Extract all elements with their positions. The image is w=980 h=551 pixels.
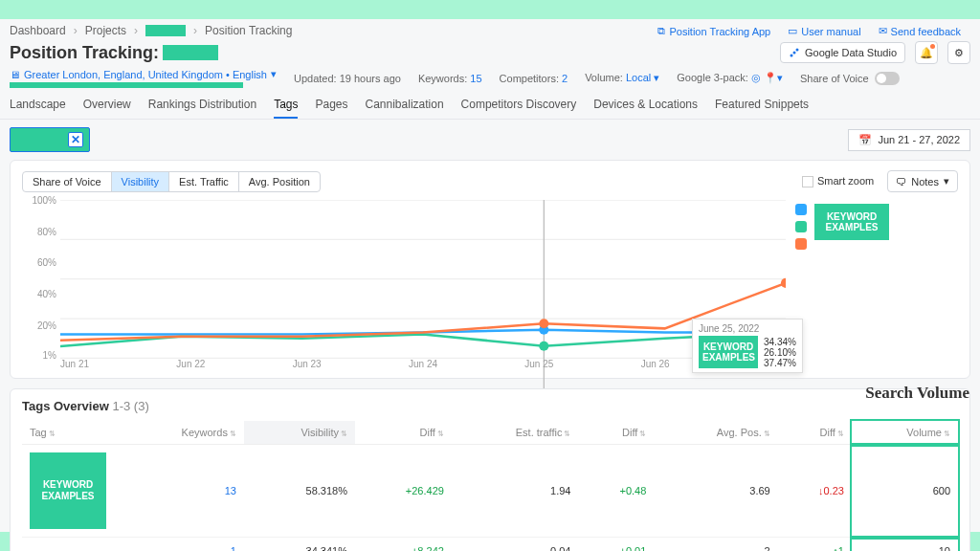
svg-point-0 bbox=[790, 55, 792, 57]
date-range-picker[interactable]: 📅Jun 21 - 27, 2022 bbox=[848, 129, 970, 151]
col-keywords[interactable]: Keywords⇅ bbox=[118, 421, 244, 445]
page-title: Position Tracking: bbox=[10, 43, 218, 63]
google-data-studio-button[interactable]: Google Data Studio bbox=[780, 42, 905, 63]
legend-toggle-blue[interactable] bbox=[795, 204, 807, 215]
tab-featured-snippets[interactable]: Featured Snippets bbox=[715, 92, 809, 119]
chart-tooltip: June 25, 2022KEYWORDEXAMPLES34.34%26.10%… bbox=[692, 319, 803, 373]
chevron-down-icon: ▾ bbox=[271, 68, 277, 80]
note-icon: 🗨 bbox=[896, 176, 906, 187]
competitors-meta: Competitors: 2 bbox=[500, 73, 568, 84]
tag-box: KEYWORDEXAMPLES bbox=[30, 452, 106, 529]
external-icon: ⧉ bbox=[657, 25, 665, 37]
notes-dropdown[interactable]: 🗨Notes ▾ bbox=[887, 170, 958, 192]
visibility-chart-card: Share of VoiceVisibilityEst. TrafficAvg.… bbox=[10, 160, 970, 379]
col-est-traffic[interactable]: Est. traffic⇅ bbox=[452, 421, 579, 445]
col-tag[interactable]: Tag⇅ bbox=[22, 421, 118, 445]
svg-point-2 bbox=[795, 49, 798, 52]
chart[interactable]: 1%20%40%60%80%100% Jun 21Jun 22Jun 23Jun… bbox=[22, 200, 958, 372]
svg-point-15 bbox=[539, 319, 548, 328]
col-volume[interactable]: Volume⇅ bbox=[852, 421, 958, 445]
settings-button[interactable]: ⚙ bbox=[947, 41, 970, 64]
book-icon: ▭ bbox=[788, 25, 797, 37]
tab-devices-locations[interactable]: Devices & Locations bbox=[593, 92, 698, 119]
svg-point-13 bbox=[539, 342, 548, 351]
metric-segmented-control: Share of VoiceVisibilityEst. TrafficAvg.… bbox=[22, 171, 321, 192]
link-user-manual[interactable]: ▭User manual bbox=[788, 25, 860, 37]
updated-meta: Updated: 19 hours ago bbox=[294, 73, 401, 84]
col-diff[interactable]: Diff⇅ bbox=[578, 421, 654, 445]
col-visibility[interactable]: Visibility⇅ bbox=[244, 421, 355, 445]
seg-visibility[interactable]: Visibility bbox=[112, 172, 170, 191]
legend-label-box: KEYWORD EXAMPLES bbox=[814, 204, 889, 240]
seg-est-traffic[interactable]: Est. Traffic bbox=[169, 172, 239, 191]
tab-tags[interactable]: Tags bbox=[274, 92, 298, 119]
google-data-studio-icon bbox=[789, 47, 800, 58]
share-of-voice-toggle[interactable]: Share of Voice bbox=[800, 72, 900, 85]
col-diff[interactable]: Diff⇅ bbox=[355, 421, 452, 445]
monitor-icon: 🖥 bbox=[10, 69, 20, 80]
tab-competitors-discovery[interactable]: Competitors Discovery bbox=[461, 92, 577, 119]
google-3pack-selector[interactable]: Google 3-pack: ◎ 📍▾ bbox=[677, 72, 783, 84]
keywords-meta: Keywords: 15 bbox=[418, 73, 482, 84]
search-volume-annotation: Search Volume bbox=[865, 384, 969, 403]
tab-bar: LandscapeOverviewRankings DistributionTa… bbox=[0, 92, 980, 120]
tab-rankings-distribution[interactable]: Rankings Distribution bbox=[148, 92, 256, 119]
seg-avg-position[interactable]: Avg. Position bbox=[239, 172, 320, 191]
tab-cannibalization[interactable]: Cannibalization bbox=[366, 92, 444, 119]
breadcrumb: Dashboard› Projects› › Position Tracking… bbox=[0, 19, 980, 41]
svg-point-1 bbox=[792, 52, 795, 55]
legend-toggle-orange[interactable] bbox=[795, 238, 807, 250]
crumb-current: Position Tracking bbox=[205, 24, 292, 37]
table-row[interactable]: 134.341%+8.2420.04+0.012↑110 bbox=[22, 538, 958, 552]
tab-landscape[interactable]: Landscape bbox=[10, 92, 66, 119]
calendar-icon: 📅 bbox=[858, 134, 872, 146]
crumb-dashboard[interactable]: Dashboard bbox=[10, 24, 66, 37]
notifications-button[interactable]: 🔔 bbox=[915, 41, 938, 64]
location-selector[interactable]: 🖥Greater London, England, United Kingdom… bbox=[10, 68, 277, 80]
seg-share-of-voice[interactable]: Share of Voice bbox=[23, 172, 112, 191]
mail-icon: ✉ bbox=[879, 25, 887, 37]
volume-selector[interactable]: Volume: Local ▾ bbox=[585, 72, 659, 84]
crumb-projects[interactable]: Projects bbox=[85, 24, 126, 37]
link-tracking-app[interactable]: ⧉Position Tracking App bbox=[657, 25, 770, 37]
tab-pages[interactable]: Pages bbox=[315, 92, 347, 119]
filter-chip[interactable]: ✕ bbox=[10, 127, 90, 152]
crumb-project-name[interactable] bbox=[145, 25, 186, 36]
table-row[interactable]: KEYWORDEXAMPLES1358.318%+26.4291.94+0.48… bbox=[22, 445, 958, 538]
col-avg-pos-[interactable]: Avg. Pos.⇅ bbox=[654, 421, 777, 445]
legend-toggle-green[interactable] bbox=[795, 221, 807, 232]
tags-overview-title: Tags Overview 1-3 (3) bbox=[22, 399, 958, 413]
link-send-feedback[interactable]: ✉Send feedback bbox=[879, 25, 961, 37]
tab-overview[interactable]: Overview bbox=[83, 92, 131, 119]
col-diff[interactable]: Diff⇅ bbox=[778, 421, 852, 445]
chip-remove-button[interactable]: ✕ bbox=[68, 132, 83, 147]
tags-overview-card: Search Volume Tags Overview 1-3 (3) Tag⇅… bbox=[10, 388, 970, 551]
smart-zoom-checkbox[interactable]: Smart zoom bbox=[802, 175, 874, 187]
tags-table: Tag⇅Keywords⇅Visibility⇅Diff⇅Est. traffi… bbox=[22, 421, 958, 551]
